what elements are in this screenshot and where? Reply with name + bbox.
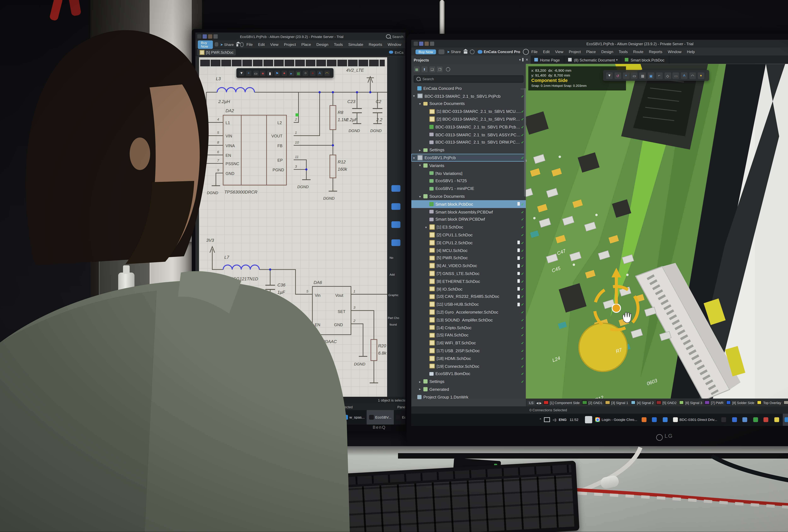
settings-icon[interactable] bbox=[446, 67, 450, 72]
save-icon[interactable] bbox=[419, 42, 423, 46]
layer-tab[interactable]: [5] GND2 bbox=[656, 400, 676, 405]
tree-item[interactable]: ▾ Variants bbox=[411, 161, 526, 169]
menu-item[interactable]: Window bbox=[665, 50, 684, 54]
layer-tab[interactable]: [1] Component Side bbox=[544, 400, 580, 405]
viewport-toolbar[interactable]: ▼↺+▭▦▣⌐◇▭A◠● bbox=[603, 70, 709, 81]
toolbar-icon[interactable]: ↺ bbox=[614, 72, 621, 79]
layer-tab[interactable]: [2] GND1 bbox=[582, 400, 603, 405]
tree-item[interactable]: [16] WiFi_BT.SchDoc ✓ bbox=[411, 339, 526, 347]
taskbar-item[interactable] bbox=[719, 414, 730, 426]
scrollbar[interactable] bbox=[524, 88, 526, 197]
menu-item[interactable]: View bbox=[552, 50, 566, 54]
panel-button[interactable] bbox=[391, 239, 400, 246]
tree-item[interactable]: ▾ EcoSBV1.PrjPcb ✓ bbox=[411, 154, 526, 161]
taskbar-item[interactable] bbox=[650, 414, 661, 426]
tree-item[interactable]: [2] BDC-0313-SMARC_2.1_to_SBV1 PWR.SchDo… bbox=[411, 115, 526, 123]
close-icon[interactable]: ✕ bbox=[526, 58, 528, 61]
taskbar-item[interactable]: EcoSBV... bbox=[367, 410, 394, 425]
tree-item[interactable]: ▸ Settings ✓ bbox=[411, 378, 526, 385]
tree-item[interactable]: BDC-0313-SMARC_2.1_to_SBV1 PCB.PcbDoc ✓ bbox=[411, 123, 526, 131]
expand-arrow[interactable]: ▾ bbox=[413, 94, 417, 98]
print-icon[interactable] bbox=[430, 42, 434, 46]
menu-item[interactable]: Design bbox=[598, 50, 616, 54]
tree-item[interactable]: Smart block Assembly.PCBDwf ✓ bbox=[411, 208, 526, 216]
comment-icon[interactable] bbox=[438, 49, 445, 54]
layer-tab[interactable]: Top Overlay bbox=[757, 400, 781, 405]
tree-item[interactable]: ▾ Source Documents bbox=[411, 100, 526, 107]
taskbar-item[interactable] bbox=[581, 414, 593, 426]
toolbar-icon[interactable]: A bbox=[681, 72, 688, 79]
tree-item[interactable]: [5] PWR.SchDoc ✓ bbox=[411, 254, 526, 262]
tree-item[interactable]: [1] BDC-0313-SMARC_2.1_to_SBV1 MCU.SchDo… bbox=[411, 107, 526, 115]
document-tab[interactable]: (8) Schematic Document ▾ bbox=[565, 56, 621, 64]
tree-item[interactable]: [7] GNSS_LTE.SchDoc ✓ bbox=[411, 270, 526, 277]
menu-item[interactable]: Help bbox=[684, 50, 697, 54]
tree-item[interactable]: [8] ETHERNET.SchDoc ✓ bbox=[411, 277, 526, 285]
tree-item[interactable]: [17] USB_2ISP.SchDoc ✓ bbox=[411, 347, 526, 355]
tree-item[interactable]: [9] IO.SchDoc ✓ bbox=[411, 285, 526, 293]
tree-item[interactable]: Smart block.PcbDoc ✓ bbox=[411, 200, 526, 208]
tree-item[interactable]: [6] AI_VIDEO.SchDoc ✓ bbox=[411, 262, 526, 270]
taskbar-item[interactable] bbox=[741, 414, 751, 426]
menu-item[interactable]: Project bbox=[566, 50, 584, 54]
taskbar-item[interactable] bbox=[772, 414, 783, 426]
tree-item[interactable]: [10] CAN_RS232_RS485.SchDoc ✓ bbox=[411, 293, 526, 300]
layer-tab[interactable]: [8] Solder Side bbox=[726, 400, 754, 405]
expand-arrow[interactable]: ▾ bbox=[419, 195, 423, 198]
expand-arrow[interactable]: ▾ bbox=[419, 163, 423, 167]
expand-arrow[interactable]: ▾ bbox=[419, 102, 423, 105]
expand-arrow[interactable]: ▸ bbox=[419, 148, 423, 152]
buy-now-button[interactable]: Buy Now bbox=[415, 49, 436, 54]
tree-item[interactable]: ▸ Settings bbox=[411, 146, 526, 154]
tree-item[interactable]: [11] USB-HUB.SchDoc ✓ bbox=[411, 300, 526, 308]
panels-button[interactable]: Panels bbox=[397, 405, 405, 409]
taskbar-item[interactable]: w_spase - app_stm32l... bbox=[783, 413, 788, 426]
open-icon[interactable] bbox=[425, 42, 429, 46]
value[interactable]: 6.8k bbox=[378, 351, 387, 355]
expand-arrow[interactable]: ▾ bbox=[425, 225, 430, 229]
tree-item[interactable]: [2] CPU1.1.SchDoc ✓ bbox=[411, 231, 526, 239]
layer-tab[interactable]: [4] Signal 2 bbox=[631, 400, 654, 405]
toolbar-icon[interactable]: ▭ bbox=[631, 72, 638, 79]
taskbar-item[interactable] bbox=[661, 414, 671, 426]
taskbar-item[interactable] bbox=[751, 414, 762, 426]
folder-compare-icon[interactable]: ❏ bbox=[429, 66, 435, 72]
designator[interactable]: C2 bbox=[376, 99, 381, 104]
expand-arrow[interactable]: ▸ bbox=[419, 380, 423, 383]
menu-item[interactable]: Reports bbox=[366, 42, 385, 46]
tree-item[interactable]: EnCata Concord Pro … bbox=[411, 84, 526, 92]
value[interactable]: 2.2 bbox=[376, 117, 382, 122]
document-tab[interactable]: Smart block.PcbDoc bbox=[621, 56, 669, 64]
expand-arrow[interactable]: ▸ bbox=[419, 387, 423, 391]
tree-item[interactable]: BDC-0313-SMARC_2.1_to_SBV1 ASSY.PCBDwf ✓ bbox=[411, 131, 526, 139]
tree-item[interactable]: ▾ [1] E3.SchDoc ✓ bbox=[411, 223, 526, 231]
component-grid-icon[interactable]: ▦ bbox=[414, 66, 420, 72]
volume-icon[interactable]: ◁) bbox=[553, 418, 556, 421]
layer-tab[interactable]: [7] PWR bbox=[705, 400, 724, 405]
layer-tab[interactable]: Bottom Overla bbox=[784, 400, 788, 405]
title-search[interactable]: Search bbox=[386, 34, 403, 39]
menu-item[interactable]: Window bbox=[385, 42, 404, 46]
tree-item[interactable]: ▾ Source Documents bbox=[411, 192, 526, 200]
tree-item[interactable]: [13] SOUND_Amplifer.SchDoc ✓ bbox=[411, 316, 526, 324]
taskbar-item[interactable]: Login - Google Chro... bbox=[593, 413, 639, 426]
tree-item[interactable]: [15] FAN.SchDoc ✓ bbox=[411, 331, 526, 339]
tree-item[interactable]: [14] Cripto.SchDoc ✓ bbox=[411, 324, 526, 331]
encata-account[interactable]: EnCata Concord Pro bbox=[478, 50, 520, 54]
language-indicator[interactable]: ENG bbox=[559, 418, 567, 421]
tree-item[interactable]: [18] HDMI.SchDoc ✓ bbox=[411, 355, 526, 362]
toolbar-icon[interactable]: + bbox=[623, 72, 629, 79]
layer-tab[interactable]: [6] Signal 3 bbox=[679, 400, 702, 405]
menu-item[interactable]: Tools bbox=[616, 50, 631, 54]
tree-item[interactable]: [4] MCU.SchDoc ✓ bbox=[411, 247, 526, 254]
tree-item[interactable]: [12] Gyro_Accelerometer.SchDoc ✓ bbox=[411, 308, 526, 316]
document-tab[interactable]: Home Page bbox=[531, 56, 565, 64]
taskbar-item[interactable] bbox=[639, 414, 650, 426]
toolbar-icon[interactable]: ◇ bbox=[664, 72, 671, 79]
toolbar-icon[interactable]: ▼ bbox=[606, 72, 613, 79]
designator[interactable]: R20 bbox=[378, 343, 386, 348]
tree-item[interactable]: EcoSBV1 - N725 bbox=[411, 177, 526, 185]
tree-item[interactable]: BDC-0313-SMARC_2.1_to_SBV1 DRW.PCBDwf ✓ bbox=[411, 138, 526, 146]
tree-item[interactable]: [No Variations] bbox=[411, 169, 526, 177]
tray-chevron-icon[interactable]: ⌃ bbox=[539, 418, 542, 421]
